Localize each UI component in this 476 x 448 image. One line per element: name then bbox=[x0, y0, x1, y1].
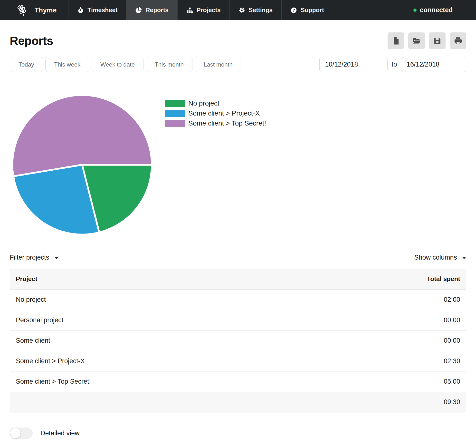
legend-swatch-green bbox=[165, 100, 185, 107]
total-spent-cell: 02:30 bbox=[408, 351, 466, 371]
range-last-month-button[interactable]: Last month bbox=[195, 57, 241, 72]
legend-label: Some client > Top Secret! bbox=[188, 119, 266, 127]
legend-item-no-project[interactable]: No project bbox=[165, 99, 266, 107]
nav-item-settings[interactable]: Settings bbox=[230, 0, 282, 20]
brand: Thyme bbox=[0, 0, 68, 20]
brand-label: Thyme bbox=[35, 6, 57, 14]
total-spent-cell: 05:00 bbox=[408, 371, 466, 392]
detailed-view-label: Detailed view bbox=[40, 429, 80, 437]
pie-chart-svg bbox=[10, 93, 154, 236]
table-row: No project 02:00 bbox=[10, 289, 466, 310]
total-value-cell: 09:30 bbox=[408, 392, 466, 412]
project-cell: No project bbox=[10, 289, 408, 310]
stopwatch-icon bbox=[77, 7, 84, 14]
chart-section: No project Some client > Project-X Some … bbox=[10, 93, 466, 236]
project-cell: Some client > Top Secret! bbox=[10, 371, 408, 392]
table-row: Some client > Top Secret! 05:00 bbox=[10, 371, 466, 392]
show-columns-label: Show columns bbox=[414, 254, 457, 261]
new-report-button[interactable] bbox=[388, 32, 404, 49]
date-inputs-group: to bbox=[319, 57, 466, 72]
table-total-row: 09:30 bbox=[10, 392, 466, 412]
show-columns-dropdown[interactable]: Show columns bbox=[414, 254, 466, 261]
file-icon bbox=[392, 37, 400, 45]
project-cell: Personal project bbox=[10, 310, 408, 330]
table-row: Some client > Project-X 02:30 bbox=[10, 351, 466, 371]
pie-chart bbox=[10, 93, 154, 236]
page-header: Reports bbox=[10, 32, 466, 49]
total-label-cell bbox=[10, 392, 408, 412]
thyme-sprig-icon bbox=[16, 4, 28, 16]
total-spent-cell: 00:00 bbox=[408, 310, 466, 330]
page-title: Reports bbox=[10, 34, 53, 48]
range-today-button[interactable]: Today bbox=[10, 57, 43, 72]
filter-projects-dropdown[interactable]: Filter projects bbox=[10, 254, 58, 261]
nav-item-label: Timesheet bbox=[87, 7, 117, 14]
footer-controls: Detailed view bbox=[10, 428, 466, 447]
nav-item-reports[interactable]: Reports bbox=[126, 0, 177, 20]
filter-projects-label: Filter projects bbox=[10, 254, 49, 261]
nav-item-label: Reports bbox=[145, 7, 168, 14]
legend-item-top-secret[interactable]: Some client > Top Secret! bbox=[165, 119, 266, 127]
svg-text:?: ? bbox=[293, 8, 295, 12]
nav-item-support[interactable]: ? Support bbox=[282, 0, 333, 20]
chart-legend: No project Some client > Project-X Some … bbox=[165, 99, 266, 236]
detailed-view-toggle[interactable] bbox=[10, 428, 33, 439]
sitemap-icon bbox=[186, 7, 193, 14]
table-header-row: Project Total spent bbox=[10, 269, 466, 289]
connection-status: connected bbox=[390, 0, 476, 20]
table-row: Some client 00:00 bbox=[10, 330, 466, 351]
table-row: Personal project 00:00 bbox=[10, 310, 466, 330]
date-to-input[interactable] bbox=[401, 57, 466, 72]
date-from-input[interactable] bbox=[319, 57, 388, 72]
connected-dot bbox=[413, 9, 417, 12]
floppy-disk-icon bbox=[433, 37, 442, 45]
question-circle-icon: ? bbox=[290, 7, 297, 14]
gear-icon bbox=[238, 7, 245, 14]
folder-open-icon bbox=[412, 37, 421, 45]
date-separator-label: to bbox=[391, 61, 397, 68]
legend-swatch-blue bbox=[165, 110, 185, 117]
toggle-knob bbox=[10, 428, 21, 438]
range-this-month-button[interactable]: This month bbox=[146, 57, 192, 72]
nav-item-projects[interactable]: Projects bbox=[178, 0, 230, 20]
chevron-down-icon bbox=[54, 257, 58, 259]
column-header-total-spent: Total spent bbox=[408, 269, 466, 289]
range-week-to-date-button[interactable]: Week to date bbox=[92, 57, 143, 72]
connected-label: connected bbox=[420, 6, 453, 14]
open-report-button[interactable] bbox=[408, 32, 425, 49]
navbar: Thyme Timesheet Reports Projects bbox=[0, 0, 476, 20]
nav-item-label: Settings bbox=[249, 7, 273, 14]
printer-icon bbox=[454, 37, 462, 45]
save-report-button[interactable] bbox=[429, 32, 446, 49]
report-table: Project Total spent No project 02:00 Per… bbox=[10, 269, 466, 412]
legend-label: Some client > Project-X bbox=[188, 109, 260, 117]
print-report-button[interactable] bbox=[450, 32, 466, 49]
pie-chart-icon bbox=[135, 7, 142, 14]
date-range-row: Today This week Week to date This month … bbox=[10, 57, 466, 72]
main-content: Reports bbox=[0, 32, 476, 447]
range-this-week-button[interactable]: This week bbox=[45, 57, 89, 72]
pie-slice-2[interactable] bbox=[12, 95, 152, 176]
legend-item-project-x[interactable]: Some client > Project-X bbox=[165, 109, 266, 117]
table-controls-row: Filter projects Show columns bbox=[10, 253, 466, 262]
total-spent-cell: 02:00 bbox=[408, 289, 466, 310]
nav-item-label: Support bbox=[301, 7, 324, 14]
project-cell: Some client bbox=[10, 330, 408, 351]
report-toolbar bbox=[388, 32, 466, 49]
project-cell: Some client > Project-X bbox=[10, 351, 408, 371]
nav-item-timesheet[interactable]: Timesheet bbox=[68, 0, 126, 20]
total-spent-cell: 00:00 bbox=[408, 330, 466, 351]
column-header-project: Project bbox=[10, 269, 408, 289]
legend-label: No project bbox=[188, 99, 219, 107]
nav-item-label: Projects bbox=[197, 7, 221, 14]
legend-swatch-purple bbox=[165, 120, 185, 127]
nav-spacer bbox=[333, 0, 390, 20]
chevron-down-icon bbox=[462, 257, 466, 259]
